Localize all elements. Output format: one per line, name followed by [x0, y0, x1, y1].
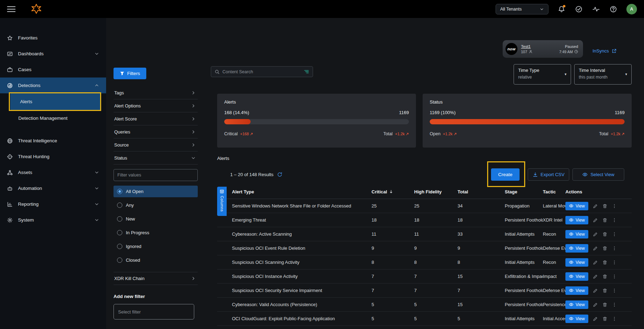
sidebar-item-threat-intelligence[interactable]: Threat Intelligence	[0, 133, 106, 149]
time-interval-dropdown[interactable]: Time Interval this past month ▼	[574, 64, 632, 85]
logo-icon[interactable]	[30, 3, 42, 15]
header-stage[interactable]: Stage	[505, 189, 543, 194]
instance-name[interactable]: Test1	[521, 44, 533, 49]
edit-pencil-icon[interactable]	[593, 274, 598, 279]
avatar[interactable]: A	[626, 4, 637, 14]
table-row[interactable]: OCI CloudGuard: Exploit Public-Facing Ap…	[217, 312, 632, 326]
sidebar-item-threat-hunting[interactable]: Threat Hunting	[0, 149, 106, 164]
header-alert-type[interactable]: Alert Type	[232, 189, 372, 194]
status-option-any[interactable]: Any	[114, 199, 198, 211]
tenant-selector[interactable]: All Tenants	[496, 4, 548, 14]
table-row[interactable]: Sensitive Windows Network Share File or …	[217, 199, 632, 213]
servicenow-instance-pill[interactable]: now Test1 107 Paused 7:49 AM	[503, 40, 583, 58]
view-button[interactable]: View	[565, 202, 588, 210]
notifications-bell-icon[interactable]	[557, 5, 566, 13]
delete-trash-icon[interactable]	[602, 302, 607, 307]
kebab-menu-icon[interactable]	[612, 316, 617, 321]
create-button[interactable]: Create	[491, 168, 520, 181]
sidebar-item-system[interactable]: System	[0, 212, 106, 228]
select-filter-input[interactable]	[114, 304, 194, 319]
kebab-menu-icon[interactable]	[612, 260, 617, 265]
edit-pencil-icon[interactable]	[593, 260, 598, 265]
status-option-ignored[interactable]: Ignored	[114, 241, 198, 252]
filter-group-status[interactable]: Status	[114, 151, 198, 164]
filter-group-alert-options[interactable]: Alert Options	[114, 99, 198, 112]
table-row[interactable]: Suspicious OCI Security Service Impairme…	[217, 284, 632, 298]
menu-icon[interactable]	[7, 6, 16, 12]
table-row[interactable]: Suspicious OCI Instance Activity 7 7 15 …	[217, 269, 632, 284]
header-tactic[interactable]: Tactic	[543, 189, 565, 194]
edit-pencil-icon[interactable]	[593, 316, 598, 321]
filter-group-xdr-kill-chain[interactable]: XDR Kill Chain	[114, 272, 198, 285]
table-row[interactable]: Suspicious OCI Scanning Activity 8 8 8 I…	[217, 255, 632, 269]
view-button[interactable]: View	[565, 230, 588, 238]
header-total[interactable]: Total	[458, 189, 505, 194]
delete-trash-icon[interactable]	[602, 260, 607, 265]
edit-pencil-icon[interactable]	[593, 232, 598, 237]
table-row[interactable]: Suspicious OCI Event Rule Deletion 9 9 9…	[217, 241, 632, 255]
delete-trash-icon[interactable]	[602, 246, 607, 251]
sidebar-item-favorites[interactable]: Favorites	[0, 30, 106, 46]
sidebar-item-cases[interactable]: Cases	[0, 62, 106, 77]
view-button[interactable]: View	[565, 286, 588, 295]
delete-trash-icon[interactable]	[602, 316, 607, 321]
sidebar-item-automation[interactable]: Automation	[0, 180, 106, 196]
filter-group-tags[interactable]: Tags	[114, 86, 198, 99]
content-search-input[interactable]	[222, 69, 301, 74]
filter-group-source[interactable]: Source	[114, 138, 198, 151]
sidebar-item-dashboards[interactable]: Dashboards	[0, 46, 106, 62]
kebab-menu-icon[interactable]	[612, 218, 617, 223]
status-option-closed[interactable]: Closed	[114, 254, 198, 266]
columns-tab[interactable]: Columns	[217, 187, 227, 216]
help-icon[interactable]	[609, 5, 618, 13]
table-row[interactable]: Cybereason: Valid Accounts (Persistence)…	[217, 298, 632, 312]
sidebar-item-reporting[interactable]: Reporting	[0, 196, 106, 212]
status-option-all-open[interactable]: All Open	[114, 186, 198, 197]
view-button[interactable]: View	[565, 300, 588, 309]
edit-pencil-icon[interactable]	[593, 288, 598, 293]
filter-group-alert-score[interactable]: Alert Score	[114, 112, 198, 125]
view-button[interactable]: View	[565, 258, 588, 267]
kebab-menu-icon[interactable]	[612, 274, 617, 279]
refresh-icon[interactable]	[277, 172, 282, 177]
kebab-menu-icon[interactable]	[612, 204, 617, 209]
filter-values-input[interactable]	[114, 169, 198, 181]
table-row[interactable]: Emerging Threat 18 18 18 Persistent Foot…	[217, 213, 632, 227]
view-button[interactable]: View	[565, 216, 588, 224]
edit-pencil-icon[interactable]	[593, 204, 598, 209]
view-button[interactable]: View	[565, 244, 588, 253]
query-builder-icon[interactable]	[304, 69, 309, 74]
delete-trash-icon[interactable]	[602, 232, 607, 237]
insyncs-link[interactable]: InSyncs	[593, 48, 617, 54]
sidebar-item-assets[interactable]: Assets	[0, 164, 106, 180]
edit-pencil-icon[interactable]	[593, 246, 598, 251]
edit-pencil-icon[interactable]	[593, 302, 598, 307]
filter-group-queries[interactable]: Queries	[114, 125, 198, 138]
sidebar-item-alerts[interactable]: Alerts	[10, 93, 101, 110]
kebab-menu-icon[interactable]	[612, 302, 617, 307]
delete-trash-icon[interactable]	[602, 218, 607, 223]
table-row[interactable]: Cybereason: Active Scanning 11 11 33 Ini…	[217, 227, 632, 241]
clock-icon	[574, 50, 578, 54]
header-critical[interactable]: Critical	[372, 189, 414, 194]
header-high-fidelity[interactable]: High Fidelity	[414, 189, 458, 194]
delete-trash-icon[interactable]	[602, 288, 607, 293]
status-option-new[interactable]: New	[114, 213, 198, 225]
view-button[interactable]: View	[565, 315, 588, 323]
sidebar-item-detections[interactable]: Detections	[0, 77, 106, 93]
kebab-menu-icon[interactable]	[612, 246, 617, 251]
activity-pulse-icon[interactable]	[592, 5, 600, 13]
select-view-button[interactable]: Select View	[572, 168, 624, 181]
check-circle-icon[interactable]	[575, 5, 583, 13]
sidebar-item-detection-management[interactable]: Detection Management	[0, 110, 106, 126]
status-option-in-progress[interactable]: In Progress	[114, 227, 198, 238]
export-csv-button[interactable]: Export CSV	[528, 168, 569, 181]
kebab-menu-icon[interactable]	[612, 232, 617, 237]
kebab-menu-icon[interactable]	[612, 288, 617, 293]
delete-trash-icon[interactable]	[602, 274, 607, 279]
view-button[interactable]: View	[565, 272, 588, 281]
filters-button[interactable]: Filters	[114, 68, 146, 79]
edit-pencil-icon[interactable]	[593, 218, 598, 223]
time-type-dropdown[interactable]: Time Type relative ▼	[514, 64, 571, 85]
delete-trash-icon[interactable]	[602, 204, 607, 209]
